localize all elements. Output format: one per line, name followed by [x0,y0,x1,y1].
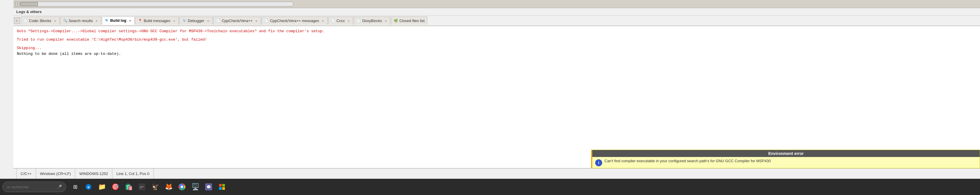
search-results-tab-icon: 🔍 [63,19,68,23]
tab-doxyblocks[interactable]: 📄 DoxyBlocks × [354,17,390,25]
tab-search-results-close[interactable]: × [95,19,99,23]
tab-debugger-label: Debugger [188,19,204,23]
svg-rect-3 [140,186,144,187]
tab-build-messages[interactable]: 📍 Build messages × [135,17,179,25]
status-encoding: WINDOWS-1252 [75,169,112,179]
taskbar-edge-icon[interactable]: e [83,181,94,193]
tab-search-results-label: Search results [69,19,93,23]
tab-closed-files[interactable]: 🌿 Closed files list [391,17,427,25]
mic-icon[interactable]: 🎤 [57,185,62,189]
taskbar-rdp-icon[interactable]: 🖥️ [189,181,201,193]
taskbar-bird-icon[interactable]: 🦅 [150,181,161,193]
scrollbar-thumb[interactable] [21,2,38,6]
tab-doxyblocks-close[interactable]: × [383,19,388,23]
status-language-value: C/C++ [21,171,32,176]
doxyblocks-tab-icon: 📄 [356,19,361,23]
svg-rect-11 [222,184,225,187]
tab-cccc-label: Cccc [337,19,345,23]
svg-text:e: e [88,185,89,189]
env-error-icon: i [595,159,602,166]
taskbar-terminal-icon[interactable] [136,181,148,193]
tab-cppcheck-vera[interactable]: 📄 CppCheck/Vera++ × [213,17,261,25]
tab-debugger[interactable]: ↻ Debugger × [179,17,213,25]
tab-debugger-close[interactable]: × [206,19,210,23]
editor-area: ‹ Logs & others ‹ 📄 Code::Blocks × 🔍 Sea… [13,0,980,179]
log-line-2: Skipping... [17,45,977,51]
env-error-panel: Environment error i Can't find compiler … [591,150,980,168]
build-log-content: Goto "Settings->Compiler...->Global comp… [13,26,980,168]
taskbar-squares-icon[interactable] [216,181,228,193]
cppcheck-vera-tab-icon: 📄 [216,19,221,23]
tab-cppcheck-vera-close[interactable]: × [254,19,258,23]
tab-search-results[interactable]: 🔍 Search results × [60,17,101,25]
status-position-value: Line 1, Col 1, Pos 0 [116,171,149,176]
tab-cccc-close[interactable]: × [347,19,350,23]
env-error-title-text: Environment error [768,151,803,156]
closed-files-tab-icon: 🌿 [393,19,398,23]
tab-build-log-close[interactable]: × [128,19,132,23]
taskbar-teams-icon[interactable]: 💬 [203,181,215,193]
svg-rect-12 [219,187,222,190]
taskbar-custom1-icon[interactable]: 🎯 [110,181,121,193]
tab-closed-files-label: Closed files list [399,19,425,23]
taskbar-store-icon[interactable]: 🛍️ [123,181,134,193]
cppcheck-vera-messages-tab-icon: 📄 [264,19,269,23]
taskbar-explorer-icon[interactable]: 📁 [96,181,108,193]
build-log-tab-icon: ↻ [105,18,109,23]
tab-cppcheck-vera-label: CppCheck/Vera++ [222,19,253,23]
log-line-3: Nothing to be done (all items are up-to-… [17,51,977,57]
debugger-tab-icon: ↻ [182,19,186,23]
svg-rect-4 [140,187,142,188]
tab-cppcheck-vera-messages-label: CppCheck/Vera++ messages [270,19,319,23]
tab-cppcheck-vera-messages[interactable]: 📄 CppCheck/Vera++ messages × [261,17,327,25]
scrollbar-area: ‹ [13,0,980,8]
tab-build-log[interactable]: ↻ Build log × [102,17,135,25]
status-encoding-value: WINDOWS-1252 [79,171,108,176]
status-language: C/C++ [16,169,36,179]
svg-point-7 [181,186,183,188]
taskbar-task-view-icon[interactable]: ⊞ [69,181,81,193]
tab-build-messages-label: Build messages [144,19,170,23]
scrollbar-track[interactable] [20,2,293,6]
taskbar-search-input[interactable] [7,185,50,189]
logs-header: Logs & others [13,8,980,16]
svg-rect-10 [219,184,222,187]
status-line-ending-value: Windows (CR+LF) [40,171,71,176]
tab-cccc[interactable]: 📄 Cccc × [328,17,353,25]
status-bar: C/C++ Windows (CR+LF) WINDOWS-1252 Line … [13,168,980,179]
scroll-left-button[interactable]: ‹ [15,2,20,6]
log-line-0: Goto "Settings->Compiler...->Global comp… [17,29,977,35]
logs-header-label: Logs & others [16,10,41,14]
cccc-tab-icon: 📄 [331,19,336,23]
tab-codeblocks-label: Code::Blocks [29,19,51,23]
log-line-1: Tried to run compiler executable 'C:\Hig… [17,37,977,43]
tab-build-messages-close[interactable]: × [172,19,176,23]
status-line-ending: Windows (CR+LF) [36,169,75,179]
tab-build-log-label: Build log [110,18,127,23]
env-error-body: i Can't find compiler executable in your… [592,157,980,168]
taskbar-firefox-icon[interactable]: 🦊 [163,181,174,193]
svg-rect-13 [222,187,225,190]
app-container: ‹ Logs & others ‹ 📄 Code::Blocks × 🔍 Sea… [0,0,980,195]
tab-nav-left[interactable]: ‹ [14,17,20,24]
taskbar-search-box[interactable]: 🎤 [2,182,66,192]
tab-bar: ‹ 📄 Code::Blocks × 🔍 Search results × ↻ … [13,16,980,26]
build-messages-tab-icon: 📍 [138,19,143,23]
taskbar-chrome-icon[interactable] [176,181,188,193]
taskbar: 🎤 ⊞ e 📁 🎯 🛍️ 🦅 🦊 [0,179,980,195]
tab-cppcheck-vera-messages-close[interactable]: × [321,19,325,23]
svg-text:💬: 💬 [206,185,211,189]
tab-codeblocks[interactable]: 📄 Code::Blocks × [21,17,60,25]
env-error-title: Environment error [592,150,980,157]
tab-codeblocks-close[interactable]: × [53,19,57,23]
tab-doxyblocks-label: DoxyBlocks [362,19,382,23]
env-error-message: Can't find compiler executable in your c… [605,159,771,163]
codeblocks-tab-icon: 📄 [23,19,28,23]
env-error-icon-text: i [598,160,599,165]
status-position: Line 1, Col 1, Pos 0 [112,169,154,179]
